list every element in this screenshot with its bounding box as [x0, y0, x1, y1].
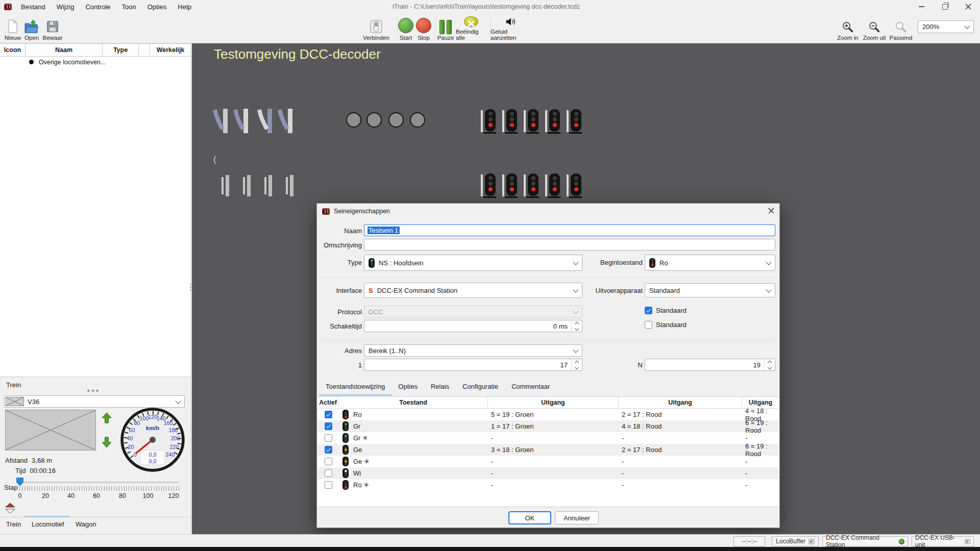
- locobuffer-status[interactable]: LocoBuffer: [772, 536, 819, 546]
- lamp-symbol[interactable]: [410, 112, 425, 128]
- splitter-grip[interactable]: ●●●: [87, 387, 100, 393]
- table-row[interactable]: Gr ✳ - - -: [317, 432, 779, 444]
- start-button[interactable]: Start: [397, 16, 415, 41]
- zoom-level-select[interactable]: 200%: [918, 20, 974, 33]
- lamp-symbol[interactable]: [388, 112, 404, 128]
- active-checkbox[interactable]: [325, 469, 332, 477]
- direction-toggle[interactable]: [5, 503, 15, 514]
- tab-toestandstoewijzing[interactable]: Toestandstoewijzing: [319, 379, 391, 396]
- address-mode-select[interactable]: Bereik (1..N): [364, 344, 582, 357]
- address-1-spinner[interactable]: 17: [364, 359, 582, 371]
- signal-symbol[interactable]: [567, 109, 582, 135]
- spinner-buttons[interactable]: [571, 321, 582, 331]
- tab-configuratie[interactable]: Configuratie: [456, 379, 505, 396]
- tab-commentaar[interactable]: Commentaar: [505, 379, 556, 396]
- standard-checkbox-checked[interactable]: [645, 307, 652, 314]
- type-select[interactable]: NS : Hoofdsein: [364, 255, 582, 271]
- active-checkbox[interactable]: [325, 481, 332, 489]
- col-uitgang-1[interactable]: Uitgang: [488, 397, 619, 408]
- table-row[interactable]: Ge 3 = 18 : Groen 2 = 17 : Rood 6 = 19 :…: [317, 444, 779, 456]
- signal-symbol[interactable]: [481, 173, 496, 199]
- sound-on-button[interactable]: Geluid aanzetten: [491, 16, 531, 41]
- uncoupler-symbol[interactable]: [264, 175, 272, 196]
- col-uitgang-2[interactable]: Uitgang: [619, 397, 742, 408]
- save-button[interactable]: Bewaar: [42, 16, 63, 41]
- signal-symbol[interactable]: [502, 109, 518, 135]
- turnout-symbol[interactable]: [233, 109, 250, 133]
- signal-symbol[interactable]: [567, 173, 582, 199]
- initial-state-select[interactable]: Ro: [645, 255, 775, 271]
- name-input[interactable]: Testsein 1: [364, 224, 775, 236]
- menu-controle[interactable]: Controle: [83, 2, 112, 12]
- list-item[interactable]: Overige locomotieven...: [0, 57, 191, 67]
- col-type[interactable]: Type: [103, 44, 139, 56]
- connect-button[interactable]: Verbinden: [357, 16, 395, 41]
- zoom-fit-button[interactable]: Passend: [889, 16, 913, 41]
- cancel-button[interactable]: Annuleer: [555, 511, 599, 524]
- zoom-in-button[interactable]: Zoom in: [836, 16, 860, 41]
- signal-symbol[interactable]: [481, 109, 496, 135]
- speed-up-button[interactable]: [100, 411, 113, 425]
- tab-wagon[interactable]: Wagon: [76, 520, 96, 528]
- turnout-symbol[interactable]: [278, 109, 295, 133]
- command-station-status[interactable]: DCC-EX Command Station: [822, 536, 908, 546]
- lamp-symbol[interactable]: [346, 112, 361, 128]
- menu-opties[interactable]: Opties: [145, 2, 169, 12]
- interface-select[interactable]: S DCC-EX Command Station: [364, 283, 582, 298]
- col-toestand[interactable]: Toestand: [339, 397, 488, 408]
- col-empty[interactable]: [139, 44, 150, 56]
- standard-checkbox-unchecked[interactable]: [645, 321, 652, 329]
- spinner-buttons[interactable]: [571, 360, 582, 370]
- tab-relais[interactable]: Relais: [424, 379, 456, 396]
- open-button[interactable]: Open: [23, 16, 40, 41]
- turnout-symbol[interactable]: [257, 109, 274, 133]
- stop-button[interactable]: Stop: [414, 16, 433, 41]
- col-werkelijk[interactable]: Werkelijk: [150, 44, 191, 56]
- end-all-button[interactable]: Beëindig alle: [456, 16, 486, 41]
- tab-trein[interactable]: Trein: [6, 520, 21, 528]
- ok-button[interactable]: OK: [508, 511, 551, 524]
- output-device-select[interactable]: Standaard: [645, 283, 775, 297]
- uncoupler-symbol[interactable]: [286, 175, 293, 196]
- signal-symbol[interactable]: [524, 173, 539, 199]
- active-checkbox[interactable]: [325, 434, 332, 442]
- tab-opties[interactable]: Opties: [391, 379, 424, 396]
- spinner-buttons[interactable]: [764, 360, 775, 370]
- menu-bestand[interactable]: Bestand: [19, 2, 47, 12]
- uncoupler-symbol[interactable]: [222, 175, 229, 196]
- col-actief[interactable]: Actief: [317, 397, 339, 408]
- usb-unit-status[interactable]: DCC-EX USB-unit: [912, 536, 974, 546]
- signal-symbol[interactable]: [545, 173, 560, 199]
- col-naam[interactable]: Naam: [26, 44, 103, 56]
- dialog-close-icon[interactable]: [768, 208, 774, 214]
- table-row[interactable]: Ro ✳ - - -: [317, 479, 779, 491]
- tab-locomotief[interactable]: Locomotief: [32, 520, 64, 528]
- uncoupler-symbol[interactable]: [243, 175, 251, 196]
- signal-symbol[interactable]: [502, 173, 518, 199]
- zoom-out-button[interactable]: Zoom uit: [862, 16, 887, 41]
- step-slider-track[interactable]: [19, 482, 179, 483]
- active-checkbox[interactable]: [325, 422, 332, 430]
- description-input[interactable]: [364, 239, 775, 251]
- table-row[interactable]: Wi - - -: [317, 467, 779, 479]
- menu-wijzig[interactable]: Wijzig: [55, 2, 77, 12]
- active-checkbox[interactable]: [325, 411, 332, 418]
- panel-splitter[interactable]: [189, 283, 191, 294]
- turnout-symbol[interactable]: [213, 109, 230, 133]
- minimize-button[interactable]: [910, 0, 933, 13]
- train-select[interactable]: V36: [4, 395, 185, 408]
- switch-time-spinner[interactable]: 0 ms: [364, 320, 582, 332]
- menu-toon[interactable]: Toon: [120, 2, 138, 12]
- active-checkbox[interactable]: [325, 458, 332, 465]
- table-row[interactable]: Gr 1 = 17 : Groen 4 = 18 : Rood 6 = 19 :…: [317, 420, 779, 432]
- menu-help[interactable]: Help: [176, 2, 193, 12]
- restore-button[interactable]: [933, 0, 957, 13]
- address-n-spinner[interactable]: 19: [645, 359, 775, 371]
- close-button[interactable]: [957, 0, 980, 13]
- signal-symbol[interactable]: [524, 109, 539, 135]
- table-row[interactable]: Ro 5 = 19 : Groen 2 = 17 : Rood 4 = 18 :…: [317, 409, 779, 420]
- speed-down-button[interactable]: [100, 435, 113, 449]
- pause-button[interactable]: Pauze: [435, 16, 456, 41]
- new-button[interactable]: Nieuw: [3, 16, 22, 41]
- active-checkbox[interactable]: [325, 446, 332, 454]
